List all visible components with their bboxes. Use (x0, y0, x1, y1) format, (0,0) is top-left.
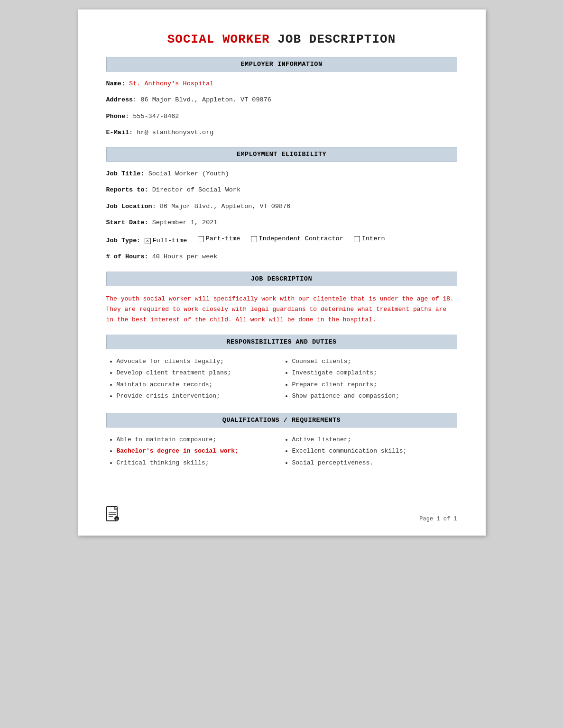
title-normal: JOB DESCRIPTION (270, 32, 396, 46)
intern-label: Intern (362, 234, 385, 244)
job-description-section: JOB DESCRIPTION The youth social worker … (106, 272, 457, 325)
employer-name-label: Name (106, 80, 121, 87)
responsibilities-right-column: Counsel clients; Investigate complaints;… (282, 357, 457, 403)
employer-address-label: Address (106, 96, 133, 103)
employer-name-value: St. Anthony's Hospital (129, 80, 213, 87)
start-date-label: Start Date (106, 219, 145, 226)
job-type-row: Job Type: Full-time Part-time Independen… (106, 234, 457, 246)
parttime-checkbox-item: Part-time (198, 234, 240, 244)
qualifications-right-column: Active listener; Excellent communication… (282, 435, 457, 470)
list-item: Prepare client reports; (292, 380, 457, 390)
job-location-label: Job Location (106, 203, 152, 210)
job-title-row: Job Title: Social Worker (Youth) (106, 169, 457, 179)
employer-section: EMPLOYER INFORMATION Name: St. Anthony's… (106, 57, 457, 137)
contractor-label: Independent Contractor (259, 234, 343, 244)
intern-checkbox (354, 236, 360, 242)
employer-address-row: Address: 86 Major Blvd., Appleton, VT 09… (106, 95, 457, 105)
responsibilities-header: RESPONSIBILITIES AND DUTIES (106, 335, 457, 349)
list-item: Excellent communication skills; (292, 446, 457, 456)
list-item: Able to maintain composure; (117, 435, 282, 445)
qualifications-list: Able to maintain composure; Bachelor's d… (106, 435, 457, 470)
start-date-value: September 1, 2021 (152, 219, 218, 226)
list-item: Bachelor's degree in social work; (117, 446, 282, 456)
employer-phone-row: Phone: 555-347-8462 (106, 112, 457, 121)
list-item: Investigate complaints; (292, 368, 457, 378)
reports-to-value: Director of Social Work (152, 186, 240, 193)
eligibility-section: EMPLOYMENT ELIGIBILITY Job Title: Social… (106, 147, 457, 262)
contractor-checkbox (251, 236, 257, 242)
employer-email-row: E-Mail: hr@ stanthonysvt.org (106, 128, 457, 137)
job-title-label: Job Title (106, 170, 141, 177)
list-item: Advocate for clients legally; (117, 357, 282, 366)
employer-email-label: E-Mail (106, 129, 129, 136)
page-number: Page 1 of 1 (419, 516, 457, 522)
qualifications-left-column: Able to maintain composure; Bachelor's d… (106, 435, 282, 470)
start-date-row: Start Date: September 1, 2021 (106, 218, 457, 228)
list-item: Counsel clients; (292, 357, 457, 366)
employer-phone-label: Phone (106, 113, 126, 120)
job-type-label: Job Type (106, 237, 137, 244)
parttime-label: Part-time (206, 234, 240, 244)
employer-phone-value: 555-347-8462 (133, 113, 179, 120)
reports-to-label: Reports to (106, 186, 145, 193)
employer-name-row: Name: St. Anthony's Hospital (106, 79, 457, 89)
fulltime-label: Full-time (153, 236, 187, 246)
title-highlight: SOCIAL WORKER (167, 32, 270, 46)
document-page: SOCIAL WORKER JOB DESCRIPTION EMPLOYER I… (78, 9, 486, 536)
page-footer: Page 1 of 1 (419, 516, 457, 522)
qualifications-section: QUALIFICATIONS / REQUIREMENTS Able to ma… (106, 413, 457, 470)
responsibilities-left-column: Advocate for clients legally; Develop cl… (106, 357, 282, 403)
eligibility-section-header: EMPLOYMENT ELIGIBILITY (106, 147, 457, 162)
hours-row: # of Hours: 40 Hours per week (106, 252, 457, 262)
job-location-row: Job Location: 86 Major Blvd., Appleton, … (106, 202, 457, 211)
fulltime-checkbox-item: Full-time (145, 236, 187, 246)
job-title-value: Social Worker (Youth) (148, 170, 229, 177)
job-description-text: The youth social worker will specificall… (106, 294, 457, 325)
document-icon: e (106, 506, 120, 526)
job-location-value: 86 Major Blvd., Appleton, VT 09876 (160, 203, 290, 210)
list-item: Develop client treatment plans; (117, 368, 282, 378)
contractor-checkbox-item: Independent Contractor (251, 234, 343, 244)
hours-label: # of Hours (106, 253, 145, 260)
job-description-header: JOB DESCRIPTION (106, 272, 457, 286)
employer-address-value: 86 Major Blvd., Appleton, VT 09876 (140, 96, 271, 103)
fulltime-checkbox (145, 238, 151, 244)
intern-checkbox-item: Intern (354, 234, 385, 244)
list-item: Social perceptiveness. (292, 458, 457, 468)
list-item: Critical thinking skills; (117, 458, 282, 468)
responsibilities-list: Advocate for clients legally; Develop cl… (106, 357, 457, 403)
page-title: SOCIAL WORKER JOB DESCRIPTION (106, 32, 457, 46)
reports-to-row: Reports to: Director of Social Work (106, 185, 457, 195)
qualifications-header: QUALIFICATIONS / REQUIREMENTS (106, 413, 457, 428)
employer-section-header: EMPLOYER INFORMATION (106, 57, 457, 72)
highlighted-qualification: Bachelor's degree in social work; (117, 447, 239, 455)
svg-text:e: e (115, 517, 118, 521)
list-item: Active listener; (292, 435, 457, 445)
list-item: Provide crisis intervention; (117, 391, 282, 401)
list-item: Maintain accurate records; (117, 380, 282, 390)
parttime-checkbox (198, 236, 204, 242)
list-item: Show patience and compassion; (292, 391, 457, 401)
responsibilities-section: RESPONSIBILITIES AND DUTIES Advocate for… (106, 335, 457, 403)
hours-value: 40 Hours per week (152, 253, 218, 260)
employer-email-value: hr@ stanthonysvt.org (137, 129, 213, 136)
